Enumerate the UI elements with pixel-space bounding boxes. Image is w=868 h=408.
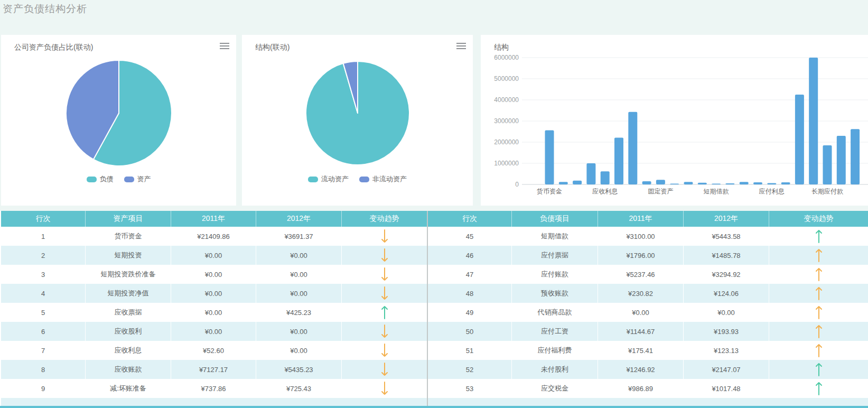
trend-down-icon: [380, 342, 389, 358]
pie-legend: 负债资产: [1, 174, 236, 184]
cell-trend: [342, 246, 427, 265]
y-axis-tick-label: 6000000: [494, 54, 519, 61]
bar[interactable]: [753, 182, 762, 184]
trend-down-icon: [380, 285, 389, 301]
trend-up-icon: [815, 266, 823, 282]
cell-y2012: ¥0.00: [684, 303, 769, 322]
table-row: 5应收票据¥0.00¥425.23: [1, 303, 427, 322]
cell-trend: [342, 284, 427, 303]
page-title: 资产负债结构分析: [3, 2, 87, 16]
bar[interactable]: [559, 182, 568, 184]
cell-y2012: ¥725.43: [256, 379, 342, 398]
trend-up-icon: [815, 228, 823, 244]
bar[interactable]: [684, 182, 693, 184]
bar[interactable]: [628, 112, 637, 184]
bar[interactable]: [851, 129, 860, 184]
bar[interactable]: [712, 183, 721, 184]
pie-chart-current-vs-noncurrent[interactable]: [242, 51, 473, 174]
bar[interactable]: [670, 183, 679, 184]
y-axis-tick-label: 5000000: [494, 75, 519, 82]
cell-y2012: ¥3691.37: [256, 227, 342, 246]
bar[interactable]: [642, 181, 651, 184]
trend-down-icon: [380, 228, 389, 244]
bar[interactable]: [795, 95, 804, 184]
pie-legend: 流动资产非流动资产: [242, 174, 473, 184]
bar[interactable]: [767, 183, 776, 184]
cell-no: 2: [1, 246, 86, 265]
column-header: 行次: [428, 211, 512, 227]
table-row: 48预收账款¥230.82¥124.06: [428, 284, 868, 303]
cell-y2011: ¥1246.92: [598, 360, 684, 379]
menu-icon[interactable]: [220, 43, 229, 50]
cell-y2012: ¥5443.58: [684, 227, 769, 246]
balance-sheet-tables: 行次 资产项目 2011年 2012年 变动趋势 1货币资金¥21409.86¥…: [0, 211, 868, 408]
cell-y2012: ¥123.13: [684, 341, 769, 360]
bar[interactable]: [837, 136, 846, 184]
bar[interactable]: [656, 180, 665, 184]
cell-y2012: ¥193.93: [684, 322, 769, 341]
cell-trend: [769, 246, 868, 265]
trend-up-icon: [815, 342, 823, 358]
bar-chart-structure[interactable]: 0100000020000003000000400000050000006000…: [481, 51, 868, 206]
trend-down-icon: [380, 323, 389, 339]
bar[interactable]: [573, 181, 582, 184]
cell-no: 4: [1, 284, 86, 303]
cell-y2011: ¥230.82: [598, 284, 684, 303]
bar[interactable]: [614, 138, 623, 184]
cell-item: 短期投资跌价准备: [86, 265, 171, 284]
legend-item-流动资产[interactable]: 流动资产: [308, 174, 349, 184]
bar[interactable]: [809, 58, 818, 184]
cell-no: 6: [1, 322, 86, 341]
cell-no: 9: [1, 379, 86, 398]
table-row: 45短期借款¥3100.00¥5443.58: [428, 227, 868, 246]
table-row: 7应收利息¥52.60¥0.00: [1, 341, 427, 360]
cell-no: 5: [1, 303, 86, 322]
bar[interactable]: [586, 163, 595, 184]
table-row: 50应付工资¥1144.67¥193.93: [428, 322, 868, 341]
assets-table-header: 行次 资产项目 2011年 2012年 变动趋势: [1, 211, 427, 227]
pie-chart-assets-vs-liabilities[interactable]: [1, 51, 236, 174]
legend-item-负债[interactable]: 负债: [87, 174, 114, 184]
trend-up-icon: [815, 247, 823, 263]
cell-trend: [342, 379, 427, 398]
legend-label: 负债: [100, 174, 114, 184]
cell-y2012: ¥2147.07: [684, 360, 769, 379]
cell-y2012: ¥0.00: [256, 284, 342, 303]
cell-y2011: ¥3100.00: [598, 227, 684, 246]
column-header: 资产项目: [86, 211, 171, 227]
cell-no: 47: [428, 265, 512, 284]
cell-trend: [769, 322, 868, 341]
trend-up-icon: [815, 285, 823, 301]
cell-no: 48: [428, 284, 512, 303]
cell-trend: [342, 227, 427, 246]
cell-y2012: ¥1485.78: [684, 246, 769, 265]
cell-no: 52: [428, 360, 512, 379]
bar[interactable]: [601, 171, 610, 184]
bar[interactable]: [740, 182, 749, 184]
table-row: 51应付福利费¥175.41¥123.13: [428, 341, 868, 360]
cell-item: 预收账款: [512, 284, 598, 303]
cell-y2011: ¥5237.46: [598, 265, 684, 284]
menu-icon[interactable]: [456, 43, 466, 50]
trend-up-icon: [815, 381, 823, 396]
legend-label: 资产: [137, 174, 151, 184]
column-header: 变动趋势: [342, 211, 427, 227]
cell-y2012: ¥124.06: [684, 284, 769, 303]
cell-item: 应收账款: [86, 360, 171, 379]
cell-y2011: ¥0.00: [171, 303, 256, 322]
trend-up-icon: [815, 361, 823, 377]
column-header: 2011年: [171, 211, 256, 227]
cell-no: 49: [428, 303, 512, 322]
cell-trend: [342, 265, 427, 284]
bar[interactable]: [698, 183, 707, 184]
bar[interactable]: [781, 182, 790, 184]
cell-y2011: ¥7127.17: [171, 360, 256, 379]
bar[interactable]: [725, 183, 734, 184]
bar[interactable]: [545, 131, 554, 184]
cell-y2011: ¥0.00: [171, 246, 256, 265]
legend-item-非流动资产[interactable]: 非流动资产: [359, 174, 407, 184]
bar[interactable]: [823, 145, 832, 184]
table-row-partial: [1, 398, 427, 406]
legend-item-资产[interactable]: 资产: [124, 174, 151, 184]
y-axis-tick-label: 2000000: [494, 138, 519, 146]
